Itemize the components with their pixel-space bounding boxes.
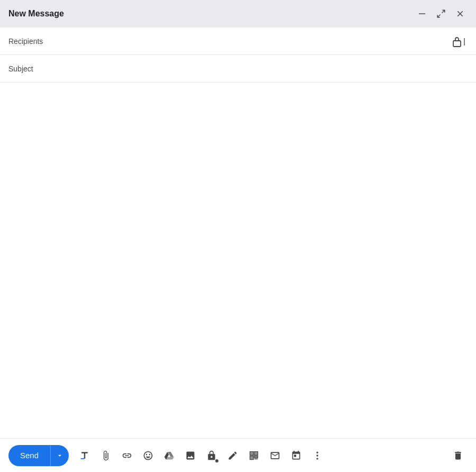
- recipients-row: Recipients |: [0, 28, 476, 55]
- send-dropdown-button[interactable]: [50, 445, 69, 466]
- svg-point-8: [316, 451, 318, 453]
- delete-icon: [453, 450, 463, 461]
- expand-button[interactable]: [434, 6, 448, 21]
- recipients-label: Recipients: [8, 37, 51, 46]
- svg-line-2: [437, 15, 440, 17]
- confidential-toggle-button[interactable]: [202, 446, 221, 465]
- attach-icon: [100, 450, 111, 461]
- emoji-icon: [143, 450, 153, 461]
- subject-row: Subject: [0, 55, 476, 83]
- close-icon: [455, 9, 465, 19]
- template-button[interactable]: [266, 446, 285, 465]
- recipients-input[interactable]: [51, 33, 450, 50]
- minimize-button[interactable]: [415, 6, 429, 21]
- svg-point-9: [316, 455, 318, 456]
- insert-photo-button[interactable]: [181, 446, 200, 465]
- expand-icon: [436, 9, 446, 19]
- template-icon: [270, 450, 280, 461]
- window-controls: [415, 6, 468, 21]
- cursor-indicator: |: [463, 37, 465, 46]
- calendar-icon: [291, 450, 301, 461]
- close-button[interactable]: [453, 6, 468, 21]
- insert-link-button[interactable]: [117, 446, 136, 465]
- drive-icon: [164, 450, 175, 461]
- more-vert-icon: [312, 450, 323, 461]
- insert-signature-button[interactable]: [223, 446, 242, 465]
- compose-window: New Message: [0, 0, 476, 472]
- svg-point-10: [316, 458, 318, 459]
- format-text-button[interactable]: [75, 446, 94, 465]
- message-body[interactable]: [0, 83, 476, 438]
- svg-line-1: [442, 10, 445, 13]
- schedule-send-button[interactable]: [287, 446, 306, 465]
- attach-button[interactable]: [96, 446, 115, 465]
- title-bar: New Message: [0, 0, 476, 28]
- toolbar: Send: [0, 438, 476, 472]
- confidential-mode-button[interactable]: |: [450, 33, 468, 49]
- chevron-down-icon: [56, 452, 63, 459]
- subject-input[interactable]: [51, 60, 468, 77]
- lock-icon: [452, 35, 462, 47]
- layout-button[interactable]: [244, 446, 263, 465]
- window-title: New Message: [8, 9, 64, 19]
- confidential-badge: [215, 459, 219, 463]
- insert-drive-button[interactable]: [160, 446, 179, 465]
- format-text-icon: [79, 450, 90, 461]
- discard-button[interactable]: [448, 446, 468, 465]
- layout-icon: [249, 450, 259, 461]
- subject-label: Subject: [8, 65, 51, 73]
- send-button[interactable]: Send: [8, 445, 50, 466]
- svg-rect-0: [419, 13, 425, 14]
- minimize-icon: [417, 9, 427, 19]
- send-button-group: Send: [8, 445, 69, 466]
- signature-icon: [227, 450, 238, 461]
- insert-emoji-button[interactable]: [139, 446, 158, 465]
- more-options-button[interactable]: [308, 446, 327, 465]
- svg-rect-3: [453, 41, 461, 47]
- photo-icon: [185, 450, 196, 461]
- link-icon: [122, 450, 132, 461]
